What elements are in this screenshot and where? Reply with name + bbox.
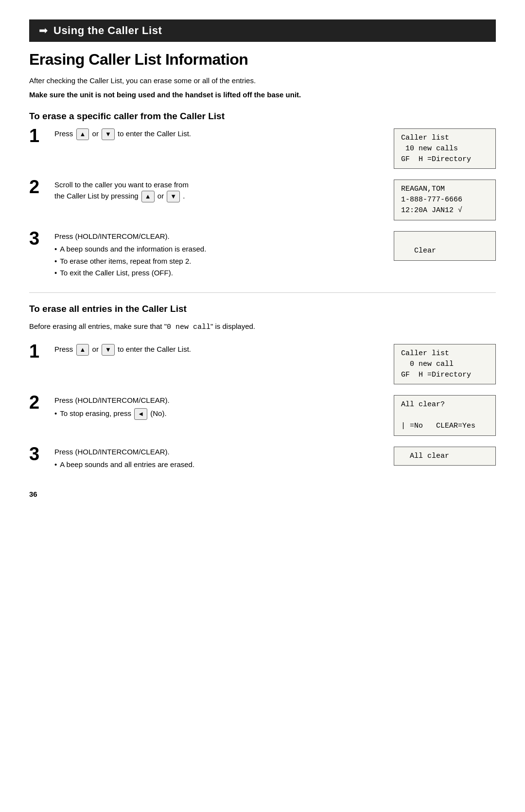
section1-step2-text: Scroll to the caller you want to erase f…	[54, 180, 382, 202]
section2-step2: 2 Press (HOLD/INTERCOM/CLEAR). • To stop…	[29, 395, 496, 435]
section1-step1-content: Press ▲ or ▼ to enter the Caller List.	[54, 128, 382, 142]
step-number-3a: 3	[29, 229, 50, 248]
section2-step1-text: Press ▲ or ▼ to enter the Caller List.	[54, 344, 382, 356]
section1-step1: 1 Press ▲ or ▼ to enter the Caller List.…	[29, 128, 496, 169]
btn-up-1b[interactable]: ▲	[76, 344, 89, 356]
section2-step3: 3 Press (HOLD/INTERCOM/CLEAR). • A beep …	[29, 447, 496, 470]
btn-down-1b[interactable]: ▼	[102, 344, 115, 356]
step-number-1a: 1	[29, 126, 50, 145]
section2-step1-left: 1 Press ▲ or ▼ to enter the Caller List.	[29, 344, 382, 361]
intro-line2: Make sure the unit is not being used and…	[29, 90, 496, 101]
section2-step3-left: 3 Press (HOLD/INTERCOM/CLEAR). • A beep …	[29, 447, 382, 470]
section1-step3-bullet1: • A beep sounds and the information is e…	[54, 244, 382, 255]
section1-step3: 3 Press (HOLD/INTERCOM/CLEAR). • A beep …	[29, 231, 496, 279]
section2-step3-main: Press (HOLD/INTERCOM/CLEAR).	[54, 447, 382, 458]
intro-line1: After checking the Caller List, you can …	[29, 75, 496, 87]
btn-down-1a[interactable]: ▼	[102, 128, 115, 140]
section1-step2-left: 2 Scroll to the caller you want to erase…	[29, 180, 382, 204]
btn-up-2a[interactable]: ▲	[141, 191, 155, 202]
section1-step3-bullet3: • To exit the Caller List, press (OFF).	[54, 268, 382, 279]
section2-step3-content: Press (HOLD/INTERCOM/CLEAR). • A beep so…	[54, 447, 382, 470]
step-number-2a: 2	[29, 178, 50, 196]
section1-step3-display: Clear	[394, 231, 496, 261]
section2-step3-display: All clear	[394, 447, 496, 466]
btn-no[interactable]: ◄	[134, 408, 147, 420]
section1-step1-text: Press ▲ or ▼ to enter the Caller List.	[54, 128, 382, 140]
header-title: Using the Caller List	[53, 24, 162, 37]
section1-step3-left: 3 Press (HOLD/INTERCOM/CLEAR). • A beep …	[29, 231, 382, 279]
step-number-1b: 1	[29, 342, 50, 361]
section2-step2-display: All clear? | =No CLEAR=Yes	[394, 395, 496, 435]
section2-step3-bullet1: • A beep sounds and all entries are eras…	[54, 459, 382, 470]
section2-step1-content: Press ▲ or ▼ to enter the Caller List.	[54, 344, 382, 358]
section1-step3-content: Press (HOLD/INTERCOM/CLEAR). • A beep so…	[54, 231, 382, 279]
section2-step2-main: Press (HOLD/INTERCOM/CLEAR).	[54, 395, 382, 406]
section2-step2-bullet1: • To stop erasing, press ◄ (No).	[54, 408, 382, 420]
step-number-2b: 2	[29, 393, 50, 412]
section1-step2: 2 Scroll to the caller you want to erase…	[29, 180, 496, 220]
section1-step2-content: Scroll to the caller you want to erase f…	[54, 180, 382, 204]
section1-heading: To erase a specific caller from the Call…	[29, 111, 496, 122]
section1-step1-display: Caller list 10 new calls GF H =Directory	[394, 128, 496, 169]
section2-code: 0 new call	[167, 323, 210, 331]
section2-step2-left: 2 Press (HOLD/INTERCOM/CLEAR). • To stop…	[29, 395, 382, 419]
section2-step2-content: Press (HOLD/INTERCOM/CLEAR). • To stop e…	[54, 395, 382, 419]
section2-heading: To erase all entries in the Caller List	[29, 304, 496, 314]
page-number: 36	[29, 490, 496, 498]
section2-step1-display: Caller list 0 new call GF H =Directory	[394, 344, 496, 384]
header-bar: ➡ Using the Caller List	[29, 19, 496, 42]
section2-step1: 1 Press ▲ or ▼ to enter the Caller List.…	[29, 344, 496, 384]
header-arrow-icon: ➡	[39, 24, 48, 37]
section1-step1-left: 1 Press ▲ or ▼ to enter the Caller List.	[29, 128, 382, 145]
step-number-3b: 3	[29, 445, 50, 463]
section2-intro: Before erasing all entries, make sure th…	[29, 321, 496, 333]
btn-down-2a[interactable]: ▼	[167, 191, 180, 202]
section1-step3-bullet2: • To erase other items, repeat from step…	[54, 256, 382, 267]
page-title: Erasing Caller List Information	[29, 51, 496, 69]
section1-step2-display: REAGAN,TOM 1-888-777-6666 12:20A JAN12 √	[394, 180, 496, 220]
btn-up-1a[interactable]: ▲	[76, 128, 89, 140]
section-divider	[29, 292, 496, 293]
section1-step3-main: Press (HOLD/INTERCOM/CLEAR).	[54, 231, 382, 242]
